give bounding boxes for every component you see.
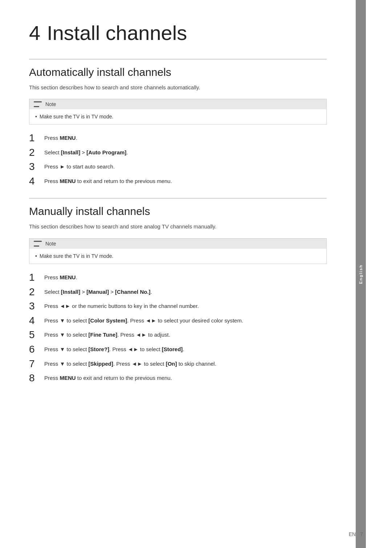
auto-step-1: 1 Press MENU. [29, 132, 327, 144]
manual-step-4: 4 Press ▼ to select [Color System]. Pres… [29, 314, 327, 327]
manual-section-title: Manually install channels [29, 205, 327, 218]
page-footer: EN 7 [349, 531, 363, 537]
auto-step-4: 4 Press MENU to exit and return to the p… [29, 175, 327, 187]
auto-note-label: Note [45, 101, 56, 107]
manual-note-item: Make sure the TV is in TV mode. [35, 252, 320, 260]
manual-note-header: Note [29, 239, 326, 249]
auto-section-title: Automatically install channels [29, 66, 327, 78]
chapter-number: 4 [29, 21, 40, 44]
manual-step-5: 5 Press ▼ to select [Fine Tune]. Press ◄… [29, 329, 327, 341]
section-divider-auto [29, 59, 327, 60]
note-icon [34, 101, 42, 107]
auto-note-item: Make sure the TV is in TV mode. [35, 113, 320, 121]
manual-step-1: 1 Press MENU. [29, 271, 327, 284]
chapter-title: 4Install channels [29, 22, 327, 44]
side-tab-label: English [359, 264, 363, 284]
auto-steps-list: 1 Press MENU. 2 Select [Install] > [Auto… [29, 132, 327, 187]
footer-page: 7 [360, 531, 363, 537]
manual-step-7: 7 Press ▼ to select [Skipped]. Press ◄► … [29, 358, 327, 370]
manual-step-2: 2 Select [Install] > [Manual] > [Channel… [29, 286, 327, 298]
auto-step-3: 3 Press ► to start auto search. [29, 161, 327, 173]
footer-lang: EN [349, 531, 356, 537]
manual-note-body: Make sure the TV is in TV mode. [29, 249, 326, 264]
manual-note-box: Note Make sure the TV is in TV mode. [29, 238, 327, 264]
section-divider-manual [29, 198, 327, 199]
auto-section-description: This section describes how to search and… [29, 84, 327, 92]
manual-step-6: 6 Press ▼ to select [Store?]. Press ◄► t… [29, 343, 327, 356]
auto-note-header: Note [29, 99, 326, 109]
auto-note-body: Make sure the TV is in TV mode. [29, 109, 326, 124]
manual-note-icon [34, 241, 42, 247]
auto-note-box: Note Make sure the TV is in TV mode. [29, 99, 327, 125]
manual-steps-list: 1 Press MENU. 2 Select [Install] > [Manu… [29, 271, 327, 384]
manual-section-description: This section describes how to search and… [29, 223, 327, 231]
manual-step-3: 3 Press ◄► or the numeric buttons to key… [29, 300, 327, 312]
language-side-tab: English [356, 0, 366, 548]
auto-step-2: 2 Select [Install] > [Auto Program]. [29, 146, 327, 159]
manual-note-label: Note [45, 241, 56, 247]
manual-step-8: 8 Press MENU to exit and return to the p… [29, 372, 327, 384]
